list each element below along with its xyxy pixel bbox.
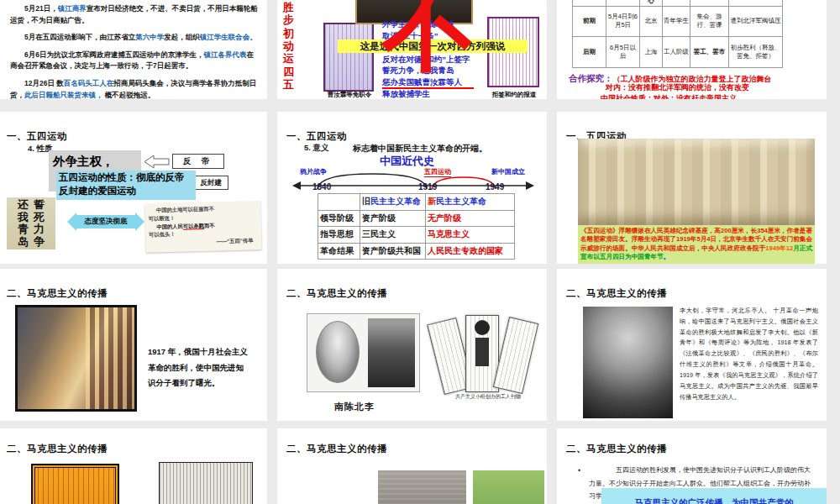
slide-chen-li-portraits[interactable]: 二、马克思主义的传播 南陈北李 共产主义小组创办的工人刊物 <box>277 269 547 421</box>
slide-slogans[interactable]: 胜步初动运四五 外争主权，内除国贼 取消“二十一条” 这是近代中国第一次对西方列… <box>277 0 547 99</box>
double-arrow-label: 态度坚决彻底 <box>76 215 136 228</box>
pamphlet-card <box>493 317 538 394</box>
boycott-paragraph: 6月6日为抗议北京军阀政府逮捕五四运动中的京津学生，镇江各界代表在商会召开紧急会… <box>10 50 258 72</box>
slide-sorter-page: { "page": {"background": "#ebebeb"}, "sl… <box>0 0 840 504</box>
significance-statement: 标志着中国新民主主义革命的开端。 <box>353 143 487 155</box>
li-dazhao-photo <box>583 307 673 418</box>
vertical-victory-text: 胜步初动运四五 <box>281 1 296 91</box>
timeline-year: 1919 <box>418 182 437 192</box>
boycott-paragraph: 5月在五四运动影响下，由江苏省立第六中学发起，组织镇江学生联合会。 <box>10 32 258 44</box>
slide-subtitle: 5. 意义 <box>304 143 329 154</box>
newspaper-image <box>159 462 253 504</box>
anti-imperialism-box: 反 帝 <box>172 154 224 169</box>
caption-dismissal-order: 曹汝霖等免职令 <box>314 91 385 99</box>
arrow-right-tip <box>135 213 144 231</box>
boycott-text-block: 5月21日，镇江商界宣布对日经济绝交，不进、不卖日货，不用日本籍轮船运货，不为日… <box>10 3 258 99</box>
boycott-paragraph: 12月26日 数百名码头工人在招商局码头集会，决议与商学各界协力抵制日货，此后日… <box>10 78 258 99</box>
slide-title: 二、马克思主义的传播 <box>566 443 667 455</box>
slide-october-revolution[interactable]: 二、马克思主义的传播 1917 年，俄国十月社会主义革命的胜利，使中国先进知识分… <box>0 269 267 421</box>
anti-feudalism-box: 反封建 <box>193 176 228 190</box>
caption-treaty-report: 拒签和约的报道 <box>482 91 546 99</box>
table-row: 革命结果 资产阶级共和国 人民民主专政的国家 <box>318 243 515 260</box>
revolution-comparison-table: 旧民主主义革命 新民主主义革命 领导阶级 资产阶级 无产阶级 指导思想 三民主义… <box>318 193 515 260</box>
october-revolution-painting <box>15 305 137 412</box>
pamphlet-emblem <box>475 320 490 335</box>
pamphlets-caption: 共产主义小组创办的工人刊物 <box>442 393 534 401</box>
li-dazhao-biography: 李大钊，字守常，河北乐亭人。 十月革命一声炮响，给中国送来了马克思列宁主义。俄国… <box>680 306 818 402</box>
portraits-caption: 南陈北李 <box>334 401 393 413</box>
palace-columns <box>86 307 134 409</box>
slogan-line: 释放被捕学生 <box>382 89 442 99</box>
bullet-icon: • <box>578 466 580 475</box>
slide-li-dazhao-bio[interactable]: 二、马克思主义的传播 李大钊，字守常，河北乐亭人。 十月革命一声炮响，给中国送来… <box>557 269 827 421</box>
slide-significance[interactable]: 一、五四运动 5. 意义 标志着中国新民主主义革命的开端。 中国近代史 鸦片战争… <box>277 112 547 264</box>
portraits-frame <box>307 313 420 392</box>
inquiry-note: 对内：没有推翻北洋军阀的统治，没有改变 <box>606 82 749 93</box>
slide-movement-nature[interactable]: 一、五四运动 4. 性质 外争主权， 反 帝 反封建 五四运动的性质：彻底的反帝… <box>0 112 267 264</box>
li-dazhao-portrait <box>368 318 415 387</box>
movement-phases-table: 心 前期 5月4日到6月5日 北京 青年学生 集会、游行、罢课 遭到北洋军阀镇压… <box>572 0 783 68</box>
timeline-year: 1949 <box>486 182 504 192</box>
courtyard-photo <box>378 470 466 504</box>
slide-title: 一、五四运动 <box>286 130 347 143</box>
calligraphy-column: 誓死力争 <box>33 199 45 249</box>
double-arrow: 态度坚决彻底 <box>67 213 144 231</box>
slide-title: 二、马克思主义的传播 <box>566 287 667 300</box>
orange-pamphlet-image <box>31 464 119 504</box>
dismissal-order-document <box>323 23 374 92</box>
calligraphy-image: 誓死力争 还我青岛 <box>7 197 55 249</box>
slide-title: 二、马克思主义的传播 <box>286 443 387 455</box>
relief-sculpture-image <box>578 139 815 225</box>
green-building-photo <box>473 470 544 504</box>
big-no-character: 不 <box>382 0 476 76</box>
table-row: 领导阶级 资产阶级 无产阶级 <box>318 210 515 227</box>
slide-marxism-documents[interactable]: 二、马克思主义的传播 <box>0 428 267 504</box>
nature-conclusion-overlay: 五四运动的性质：彻底的反帝反封建的爱国运动 <box>56 171 196 200</box>
calligraphy-column: 还我青岛 <box>17 199 29 249</box>
relief-caption: 《五四运动》浮雕镶嵌在人民英雄纪念碑基座，高200厘米，长354厘米，作者是著名… <box>578 225 815 264</box>
left-arrow-icon <box>144 155 170 172</box>
table-row: 前期 5月4日到6月5日 北京 青年学生 集会、游行、罢课 遭到北洋军阀镇压 <box>573 6 783 36</box>
table-row: 指导思想 三民主义 马克思主义 <box>318 227 515 244</box>
october-revolution-text: 1917 年，俄国十月社会主义革命的胜利，使中国先进知识分子看到了曙光。 <box>148 344 250 391</box>
slide-title: 一、五四运动 <box>7 130 67 143</box>
inquiry-note: 中国社会性质；对外：没有赶走帝国主义。 <box>601 93 744 99</box>
table-header-center: 心 <box>640 0 663 6</box>
slide-zhenjiang-boycott[interactable]: 5月21日，镇江商界宣布对日经济绝交，不进、不卖日货，不用日本籍轮船运货，不为日… <box>0 0 267 99</box>
slide-spread-summary[interactable]: 二、马克思主义的传播 • 五四运动的胜利发展，使中国先进知识分子认识到工人阶级的… <box>557 428 827 504</box>
header-old-revolution: 旧民主主义革命 <box>360 194 426 211</box>
chen-duxiu-portrait <box>316 321 360 383</box>
conclusion-highlight-box: 马克思主义的广泛传播，为中国共产党的 <box>601 488 827 504</box>
slide-historic-sites[interactable]: 二、马克思主义的传播 <box>277 428 547 504</box>
timeline-year: 1840 <box>312 182 331 192</box>
may-fourth-leaflet: 中国的土地可以征服而不 可以断送！ 中国的人民可以杀戮而不 可以低头！ ——“五… <box>144 201 261 253</box>
table-row: 后期 6月5日以后 上海 工人阶级 罢工、罢市 初步胜利（释放、罢免、拒签） <box>573 36 783 67</box>
table-header-row: 旧民主主义革命 新民主主义革命 <box>318 194 515 211</box>
slide-title: 二、马克思主义的传播 <box>7 287 108 300</box>
slide-phases-table[interactable]: 心 前期 5月4日到6月5日 北京 青年学生 集会、游行、罢课 遭到北洋军阀镇压… <box>557 0 827 99</box>
pamphlet-text-block <box>475 338 489 366</box>
header-new-revolution: 新民主主义革命 <box>426 194 515 211</box>
slide-title: 二、马克思主义的传播 <box>286 287 387 300</box>
boycott-paragraph: 5月21日，镇江商界宣布对日经济绝交，不进、不卖日货，不用日本籍轮船运货，不为日… <box>10 3 258 26</box>
slide-title: 二、马克思主义的传播 <box>7 443 108 455</box>
slide-relief-sculpture[interactable]: 一、五四运动 《五四运动》浮雕镶嵌在人民英雄纪念碑基座，高200厘米，长354厘… <box>557 112 827 264</box>
